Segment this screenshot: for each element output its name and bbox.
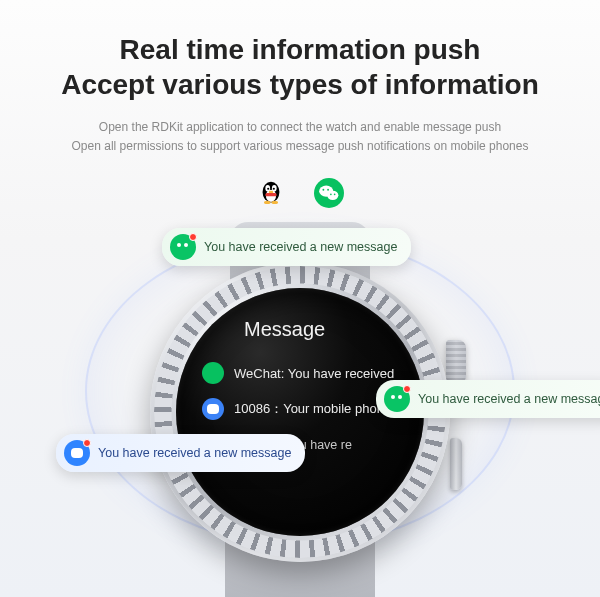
notification-bubble-top: You have received a new message [162,228,411,266]
svg-point-4 [267,188,269,190]
wechat-svg [314,178,344,208]
qq-penguin-svg [256,178,286,208]
headline: Real time information push Accept variou… [0,0,600,102]
badge-dot [403,385,411,393]
svg-point-15 [330,194,332,196]
wechat-icon [170,234,196,260]
sms-icon [202,398,224,420]
watch-side-button [450,438,462,490]
subtext-line1: Open the RDKit application to connect th… [99,120,501,134]
watch-screen-title: Message [244,318,398,341]
svg-point-8 [264,201,271,204]
notification-bubble-left: You have received a new message [56,434,305,472]
watch-message-row: 10086：Your mobile phone is ir [202,391,398,427]
notification-text: You have received a new message [418,392,600,406]
svg-point-5 [273,188,275,190]
headline-line2: Accept various types of information [61,69,539,100]
messenger-icon [64,440,90,466]
watch-message-row: WeChat: You have received a [202,355,398,391]
notification-bubble-right: You have received a new message [376,380,600,418]
notification-text: You have received a new message [98,446,291,460]
svg-point-13 [322,189,324,191]
watch-message-text: WeChat: You have received a [234,366,398,381]
wechat-icon [202,362,224,384]
svg-rect-7 [265,193,276,196]
svg-point-9 [271,201,278,204]
badge-dot [83,439,91,447]
svg-point-12 [327,191,338,200]
headline-line1: Real time information push [120,34,481,65]
watch-stage: Message WeChat: You have received a 1008… [0,216,600,596]
notification-text: You have received a new message [204,240,397,254]
badge-dot [189,233,197,241]
subtext-line2: Open all permissions to support various … [72,139,529,153]
wechat-icon [384,386,410,412]
svg-point-14 [327,189,329,191]
wechat-icon [314,178,344,208]
qq-icon [256,178,286,208]
app-icon-row [0,178,600,208]
svg-point-16 [334,194,336,196]
watch-message-text: 10086：Your mobile phone is ir [234,400,398,418]
subtext: Open the RDKit application to connect th… [0,118,600,156]
watch-crown [446,340,466,384]
